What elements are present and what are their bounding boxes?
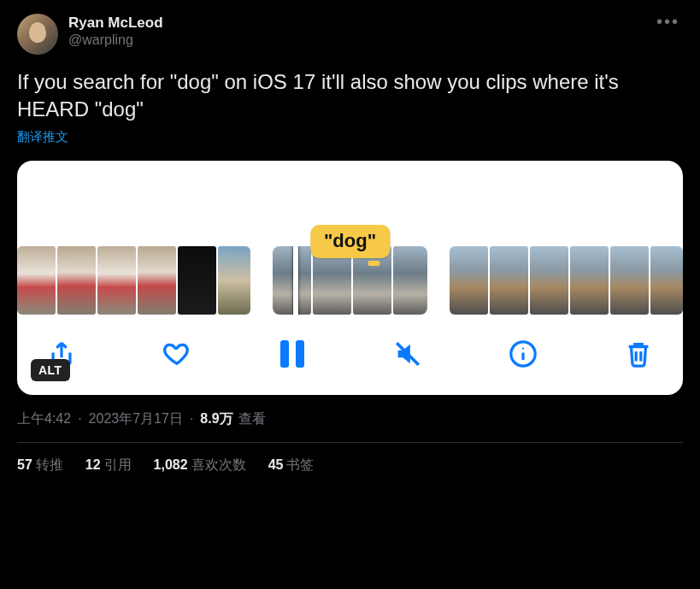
video-thumbnail — [138, 246, 176, 315]
clip-group[interactable] — [450, 246, 683, 315]
user-handle: @warpling — [68, 32, 163, 49]
video-thumbnail — [218, 246, 250, 315]
heart-icon[interactable] — [162, 339, 192, 369]
tweet-header: Ryan McLeod @warpling ••• — [17, 14, 683, 55]
media-attachment[interactable]: "dog" — [17, 161, 683, 395]
video-thumbnail — [530, 246, 568, 315]
search-term-pill: "dog" — [310, 225, 390, 258]
video-thumbnail — [273, 246, 311, 315]
trash-icon[interactable] — [623, 339, 654, 369]
tweet-time[interactable]: 上午4:42 — [17, 410, 71, 428]
video-thumbnail — [17, 246, 56, 315]
separator-dot — [76, 411, 83, 427]
svg-point-3 — [522, 347, 524, 349]
alt-badge[interactable]: ALT — [31, 359, 70, 381]
video-thumbnail — [610, 246, 649, 315]
mute-icon[interactable] — [392, 339, 423, 369]
tweet-stats: 57转推 12引用 1,082喜欢次数 45书签 — [17, 456, 683, 474]
avatar[interactable] — [17, 14, 58, 55]
more-options-button[interactable]: ••• — [656, 12, 679, 32]
bookmarks-stat[interactable]: 45书签 — [268, 456, 315, 474]
translate-link[interactable]: 翻译推文 — [17, 129, 68, 145]
clip-group[interactable] — [17, 246, 250, 315]
view-count: 8.9万 — [200, 410, 232, 428]
scrubber-handle[interactable] — [293, 246, 298, 315]
user-info[interactable]: Ryan McLeod @warpling — [68, 14, 163, 49]
tweet-meta: 上午4:42 2023年7月17日 8.9万 查看 — [17, 410, 683, 443]
info-icon[interactable] — [508, 339, 538, 369]
video-thumbnail — [450, 246, 488, 315]
tweet-date[interactable]: 2023年7月17日 — [89, 410, 183, 428]
quotes-stat[interactable]: 12引用 — [85, 456, 132, 474]
media-toolbar — [17, 320, 683, 395]
pause-icon[interactable] — [277, 339, 308, 369]
tweet-container: Ryan McLeod @warpling ••• If you search … — [0, 0, 700, 488]
video-thumbnail — [570, 246, 609, 315]
tweet-text: If you search for "dog" on iOS 17 it'll … — [17, 68, 683, 124]
view-label: 查看 — [238, 410, 266, 428]
likes-stat[interactable]: 1,082喜欢次数 — [154, 456, 246, 474]
video-thumbnail — [97, 246, 136, 315]
video-thumbnail — [393, 246, 427, 315]
display-name: Ryan McLeod — [68, 14, 163, 32]
video-thumbnail — [650, 246, 683, 315]
video-thumbnail — [178, 246, 216, 315]
video-thumbnail — [490, 246, 528, 315]
separator-dot — [188, 411, 195, 427]
retweets-stat[interactable]: 57转推 — [17, 456, 63, 474]
video-thumbnail — [57, 246, 96, 315]
